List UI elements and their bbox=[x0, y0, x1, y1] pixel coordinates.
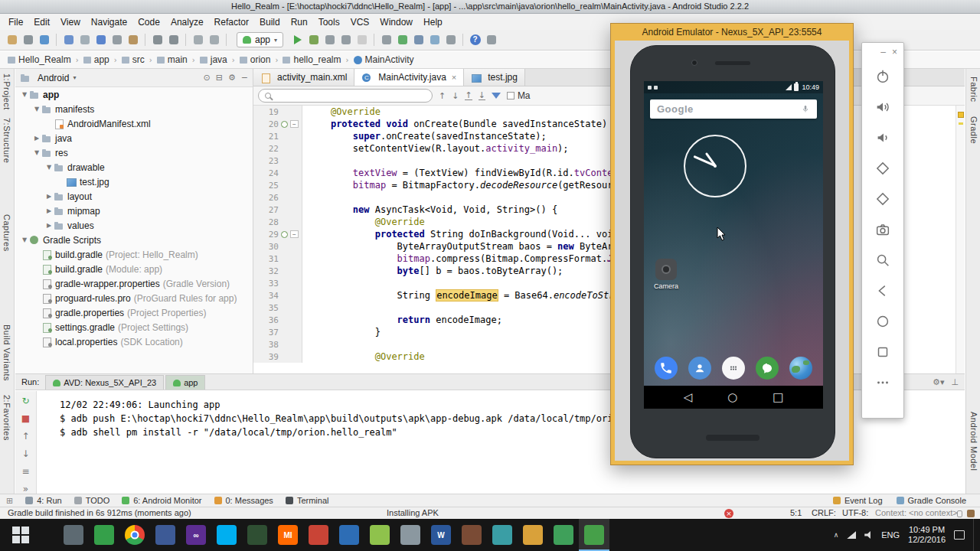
sync-icon[interactable] bbox=[37, 33, 51, 47]
screenshot-button[interactable] bbox=[862, 214, 903, 245]
taskbar-app-teal-icon[interactable] bbox=[487, 519, 518, 551]
tool-button-gradle[interactable]: Gradle bbox=[969, 116, 978, 144]
taskbar-android-studio-icon[interactable] bbox=[242, 519, 273, 551]
tool-tab-0-messages[interactable]: 0: Messages bbox=[214, 496, 273, 505]
run-tab-app[interactable]: app bbox=[165, 375, 205, 390]
tool-button-build-variants[interactable]: Build Variants bbox=[2, 324, 11, 381]
breadcrumb-item-mainactivity[interactable]: MainActivity bbox=[352, 54, 416, 65]
menu-navigate[interactable]: Navigate bbox=[86, 15, 132, 29]
breadcrumb-item-main[interactable]: main bbox=[155, 54, 189, 65]
locate-file-icon[interactable]: ⊙ bbox=[203, 73, 210, 83]
tree-node-gradle-scripts[interactable]: ▼Gradle Scripts bbox=[15, 233, 253, 247]
contacts-app-icon[interactable] bbox=[688, 357, 711, 380]
tree-node-gradle-properties-project-properties[interactable]: gradle.properties(Project Properties) bbox=[15, 305, 253, 320]
chevron-down-icon[interactable]: ▼ bbox=[32, 149, 41, 156]
taskbar-app-orange-icon[interactable] bbox=[518, 519, 548, 551]
chevron-down-icon[interactable]: ▼ bbox=[20, 91, 29, 98]
back-button[interactable] bbox=[862, 276, 903, 306]
last-match-icon[interactable]: ↓ bbox=[479, 92, 485, 100]
tree-node-proguard-rules-pro-proguard-rules-for-app[interactable]: proguard-rules.pro(ProGuard Rules for ap… bbox=[15, 291, 253, 305]
tree-node-layout[interactable]: ▶layout bbox=[15, 189, 253, 204]
warning-marker[interactable] bbox=[959, 122, 963, 125]
taskbar-emulator-app-icon[interactable] bbox=[579, 519, 609, 551]
breadcrumb-item-hello-realm[interactable]: Hello_Realm bbox=[6, 54, 73, 65]
lock-icon[interactable] bbox=[957, 510, 962, 517]
tree-node-settings-gradle-project-settings[interactable]: settings.gradle(Project Settings) bbox=[15, 320, 253, 334]
tool-button-1-project[interactable]: 1:Project bbox=[2, 73, 11, 110]
coverage-icon[interactable] bbox=[322, 33, 337, 47]
paste-icon[interactable] bbox=[126, 33, 140, 47]
prev-match-icon[interactable]: ↑ bbox=[439, 91, 446, 101]
chevron-down-icon[interactable]: ▼ bbox=[20, 236, 29, 243]
action-center-icon[interactable] bbox=[954, 530, 965, 540]
chevron-down-icon[interactable]: ▼ bbox=[32, 106, 41, 112]
pin-icon[interactable]: ≡ bbox=[21, 466, 29, 477]
mic-icon[interactable] bbox=[801, 103, 810, 115]
down-icon[interactable]: ↓ bbox=[21, 448, 29, 459]
fold-icon[interactable]: − bbox=[290, 230, 299, 238]
run-tab-avd-nexus-5x-api-23[interactable]: AVD: Nexus_5X_API_23 bbox=[45, 375, 164, 390]
messenger-app-icon[interactable] bbox=[756, 357, 779, 380]
chevron-right-icon[interactable]: ▶ bbox=[44, 222, 54, 229]
tree-node-java[interactable]: ▶java bbox=[15, 131, 253, 145]
editor-tab-activity-main-xml[interactable]: activity_main.xml bbox=[253, 69, 354, 86]
breadcrumb-item-orion[interactable]: orion bbox=[238, 54, 273, 65]
rotate-right-button[interactable] bbox=[862, 184, 903, 214]
run-config-select[interactable]: app▾ bbox=[237, 32, 283, 47]
phone-app-icon[interactable] bbox=[655, 357, 678, 380]
stop-icon[interactable] bbox=[354, 33, 369, 47]
menu-build[interactable]: Build bbox=[254, 15, 286, 29]
tool-tab-gradle-console[interactable]: Gradle Console bbox=[897, 496, 966, 505]
find-icon[interactable] bbox=[150, 33, 165, 47]
browser-app-icon[interactable] bbox=[789, 357, 812, 380]
volume-up-button[interactable] bbox=[862, 92, 903, 122]
taskbar-app-navy-icon[interactable] bbox=[150, 519, 181, 551]
tool-button-2-favorites[interactable]: 2:Favorites bbox=[2, 395, 11, 441]
clock-widget[interactable] bbox=[684, 135, 746, 197]
emulator-titlebar[interactable]: Android Emulator - Nexus_5X_API_23:5554 bbox=[611, 24, 853, 41]
menu-run[interactable]: Run bbox=[286, 15, 313, 29]
tool-button-captures[interactable]: Captures bbox=[2, 214, 11, 252]
tree-node-build-gradle-project-hello-realm[interactable]: build.gradle(Project: Hello_Realm) bbox=[15, 247, 253, 262]
chevron-right-icon[interactable]: ▶ bbox=[32, 135, 41, 142]
menu-code[interactable]: Code bbox=[132, 15, 165, 29]
caret-position[interactable]: 5:1 bbox=[790, 507, 802, 519]
avd-manager-icon[interactable] bbox=[395, 33, 410, 47]
home-button[interactable] bbox=[862, 306, 903, 337]
next-match-icon[interactable]: ↓ bbox=[452, 91, 459, 101]
taskbar-notepad-plus-icon[interactable] bbox=[364, 519, 395, 551]
tray-expand-icon[interactable]: ∧ bbox=[834, 531, 839, 539]
settings-icon[interactable]: ⚙ bbox=[228, 73, 236, 83]
close-icon[interactable]: × bbox=[452, 73, 456, 82]
close-button[interactable]: × bbox=[892, 47, 897, 57]
home-button[interactable] bbox=[727, 386, 737, 409]
filter-icon[interactable] bbox=[492, 93, 501, 99]
run-icon[interactable] bbox=[290, 33, 305, 47]
collapse-all-icon[interactable]: ⊟ bbox=[216, 73, 223, 83]
cancel-progress-icon[interactable]: × bbox=[724, 509, 733, 518]
breadcrumb-item-src[interactable]: src bbox=[120, 54, 146, 65]
overview-button[interactable] bbox=[773, 386, 783, 409]
up-icon[interactable]: ↑ bbox=[21, 431, 29, 442]
tool-tab-6-android-monitor[interactable]: 6: Android Monitor bbox=[122, 496, 201, 505]
rerun-icon[interactable]: ↻ bbox=[21, 396, 29, 406]
window-titlebar[interactable]: Hello_Realm - [E:\hoctap\hocki7\ddnc\Hel… bbox=[0, 0, 980, 14]
replace-icon[interactable] bbox=[166, 33, 181, 47]
language-indicator[interactable]: ENG bbox=[881, 530, 900, 540]
first-match-icon[interactable]: ↑ bbox=[465, 92, 472, 100]
tool-tab-4-run[interactable]: 4: Run bbox=[25, 496, 61, 505]
tool-tab-todo[interactable]: TODO bbox=[74, 496, 110, 505]
settings-icon[interactable]: ⚙▾ bbox=[933, 377, 944, 387]
menu-vcs[interactable]: VCS bbox=[345, 15, 375, 29]
tree-node-test-jpg[interactable]: test.jpg bbox=[15, 174, 253, 189]
menu-file[interactable]: File bbox=[3, 15, 28, 29]
editor-tab-mainactivity-java[interactable]: MainActivity.java× bbox=[354, 69, 464, 86]
tool-window-switcher-icon[interactable]: ⊞ bbox=[6, 496, 13, 506]
chevron-down-icon[interactable]: ▼ bbox=[44, 164, 54, 171]
tree-node-values[interactable]: ▶values bbox=[15, 218, 253, 233]
taskbar-app-red-icon[interactable] bbox=[303, 519, 334, 551]
breadcrumb-item-java[interactable]: java bbox=[198, 54, 229, 65]
forward-icon[interactable] bbox=[207, 33, 221, 47]
taskbar-app-phone-green-icon[interactable] bbox=[548, 519, 579, 551]
project-view-select[interactable]: Android ▾ bbox=[20, 73, 76, 83]
